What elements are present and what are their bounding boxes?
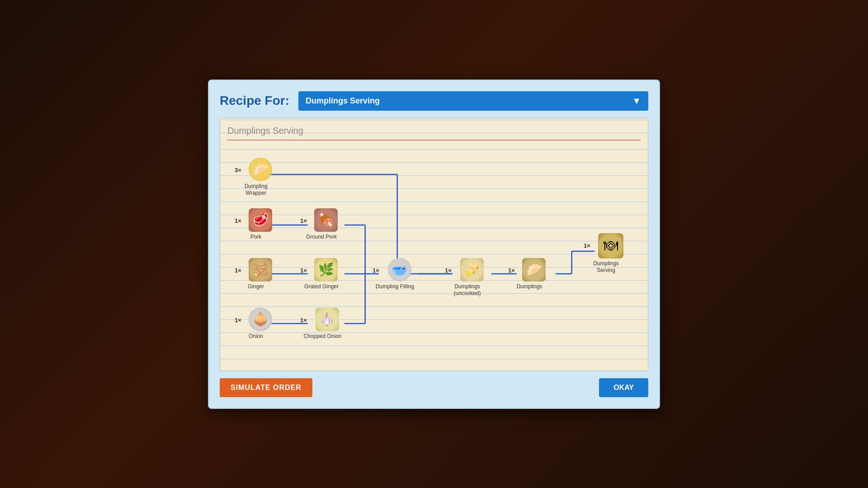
qty-ginger: 1× <box>235 267 241 274</box>
label-grated-ginger: Grated Ginger <box>304 283 339 291</box>
connector-lines <box>227 150 641 353</box>
node-ground-pork: 1× 🍖 Ground Pork <box>301 208 342 241</box>
node-dumpling-wrapper: 3× 🥟 DumplingWrapper <box>236 158 276 197</box>
qty-dumpling-filling: 1× <box>373 267 379 274</box>
icon-onion: 🧅 <box>249 308 272 331</box>
label-ginger: Ginger <box>248 283 264 291</box>
okay-button[interactable]: OKAY <box>599 378 648 397</box>
chevron-down-icon: ▼ <box>632 96 641 106</box>
dropdown-value: Dumplings Serving <box>306 96 380 106</box>
node-ginger: 1× 🫚 Ginger <box>236 258 276 291</box>
recipe-card: Dumplings Serving <box>220 118 648 371</box>
label-onion: Onion <box>249 333 263 340</box>
node-dumplings-serving: 1× 🍽 DumplingsServing <box>585 233 627 274</box>
icon-dumplings-serving: 🍽 <box>598 233 623 258</box>
label-chopped-onion: Chopped Onion <box>303 333 341 340</box>
recipe-dropdown[interactable]: Dumplings Serving ▼ <box>298 91 648 111</box>
qty-chopped-onion: 1× <box>300 317 307 324</box>
qty-grated-ginger: 1× <box>300 267 307 274</box>
recipe-card-title: Dumplings Serving <box>227 126 641 136</box>
icon-dumplings: 🥟 <box>522 258 546 282</box>
node-chopped-onion: 1× 🧄 Chopped Onion <box>301 308 344 340</box>
label-dumpling-filling: Dumpling Filling <box>376 283 414 291</box>
simulate-order-button[interactable]: SIMULATE ORDER <box>220 378 312 397</box>
qty-onion: 1× <box>235 317 241 324</box>
icon-pork: 🥩 <box>249 208 272 232</box>
red-divider <box>227 140 641 141</box>
qty-dumplings: 1× <box>508 267 515 274</box>
dialog-footer: SIMULATE ORDER OKAY <box>220 378 648 397</box>
dialog-backdrop: Recipe For: Dumplings Serving ▼ Dumpling… <box>0 0 868 488</box>
recipe-content: 3× 🥟 DumplingWrapper 1× 🥩 Pork 1× 🍖 Grou… <box>227 150 641 353</box>
icon-chopped-onion: 🧄 <box>316 308 339 331</box>
recipe-dialog: Recipe For: Dumplings Serving ▼ Dumpling… <box>208 80 660 409</box>
label-dumplings: Dumplings <box>517 283 542 291</box>
icon-ground-pork: 🍖 <box>314 208 338 232</box>
dialog-header: Recipe For: Dumplings Serving ▼ <box>220 91 648 111</box>
label-ground-pork: Ground Pork <box>306 234 337 241</box>
qty-pork: 1× <box>235 217 241 224</box>
icon-ginger: 🫚 <box>249 258 272 282</box>
qty-dumplings-uncooked: 1× <box>445 267 452 274</box>
qty-dumpling-wrapper: 3× <box>235 167 241 174</box>
node-dumplings-uncooked: 1× 🫔 Dumplings(uncooked) <box>446 258 489 297</box>
label-dumpling-wrapper: DumplingWrapper <box>245 183 268 197</box>
icon-dumplings-uncooked: 🫔 <box>460 258 484 282</box>
node-pork: 1× 🥩 Pork <box>236 208 276 241</box>
label-dumplings-serving: DumplingsServing <box>593 260 619 274</box>
qty-ground-pork: 1× <box>300 217 307 224</box>
icon-grated-ginger: 🌿 <box>314 258 338 282</box>
icon-dumpling-wrapper: 🥟 <box>249 158 272 181</box>
recipe-for-label: Recipe For: <box>220 94 289 108</box>
node-grated-ginger: 1× 🌿 Grated Ginger <box>301 258 342 291</box>
label-dumplings-uncooked: Dumplings(uncooked) <box>453 283 481 297</box>
node-onion: 1× 🧅 Onion <box>236 308 276 340</box>
label-pork: Pork <box>250 234 262 241</box>
icon-dumpling-filling: 🥣 <box>388 258 411 282</box>
node-dumpling-filling: 1× 🥣 Dumpling Filling <box>373 258 416 291</box>
qty-dumplings-serving: 1× <box>584 242 590 249</box>
node-dumplings: 1× 🥟 Dumplings <box>509 258 550 291</box>
